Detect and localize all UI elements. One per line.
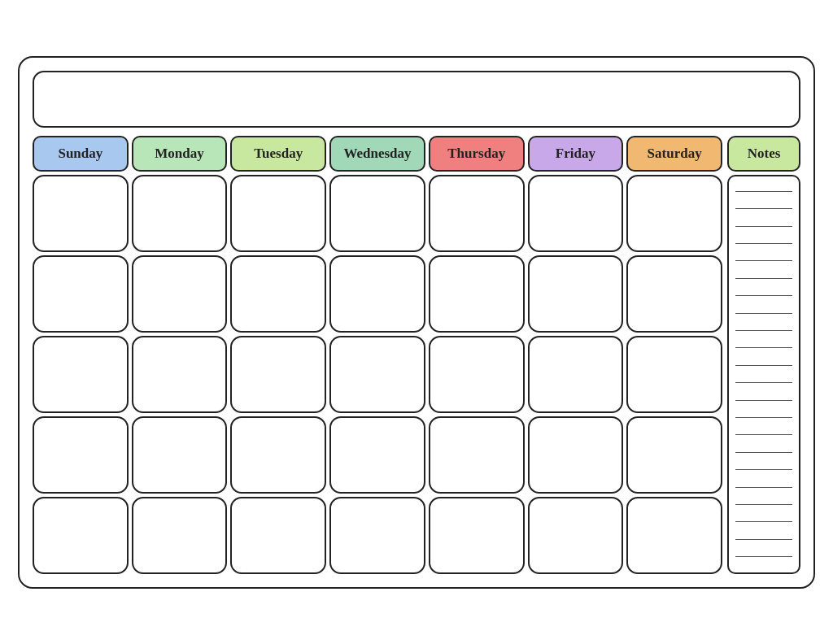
- cell-4-3[interactable]: [230, 416, 326, 494]
- day-headers: Sunday Monday Tuesday Wednesday Thursday…: [33, 136, 722, 172]
- note-line: [735, 260, 792, 261]
- week-row-1: [33, 175, 722, 252]
- note-line: [735, 434, 792, 435]
- notes-section: Notes: [727, 136, 800, 574]
- cell-1-1[interactable]: [33, 175, 129, 252]
- header-tuesday: Tuesday: [230, 136, 326, 172]
- note-line: [735, 278, 792, 279]
- note-line: [735, 556, 792, 557]
- note-line: [735, 382, 792, 383]
- note-line: [735, 295, 792, 296]
- cell-2-4[interactable]: [329, 255, 425, 333]
- cell-1-3[interactable]: [230, 175, 326, 252]
- cell-5-3[interactable]: [230, 497, 326, 574]
- note-line: [735, 365, 792, 366]
- cell-1-2[interactable]: [132, 175, 228, 252]
- cell-5-2[interactable]: [132, 497, 228, 574]
- cell-4-2[interactable]: [132, 416, 228, 494]
- calendar-body: Sunday Monday Tuesday Wednesday Thursday…: [33, 136, 800, 574]
- header-sunday: Sunday: [33, 136, 129, 172]
- cell-2-1[interactable]: [33, 255, 129, 333]
- cell-4-1[interactable]: [33, 416, 129, 494]
- cell-4-6[interactable]: [528, 416, 624, 494]
- note-line: [735, 539, 792, 540]
- header-monday: Monday: [132, 136, 228, 172]
- cell-3-4[interactable]: [329, 336, 425, 413]
- notes-header: Notes: [727, 136, 800, 172]
- cell-2-5[interactable]: [429, 255, 525, 333]
- note-line: [735, 208, 792, 209]
- cell-3-5[interactable]: [429, 336, 525, 413]
- cell-4-7[interactable]: [626, 416, 722, 494]
- note-line: [735, 487, 792, 488]
- weeks-grid: [33, 175, 722, 574]
- header-wednesday: Wednesday: [329, 136, 425, 172]
- note-line: [735, 330, 792, 331]
- calendar-container: Sunday Monday Tuesday Wednesday Thursday…: [18, 56, 815, 589]
- header-friday: Friday: [528, 136, 624, 172]
- note-line: [735, 417, 792, 418]
- week-row-5: [33, 497, 722, 574]
- note-line: [735, 521, 792, 522]
- note-line: [735, 469, 792, 470]
- main-grid: Sunday Monday Tuesday Wednesday Thursday…: [33, 136, 722, 574]
- week-row-3: [33, 336, 722, 413]
- week-row-2: [33, 255, 722, 333]
- cell-1-5[interactable]: [429, 175, 525, 252]
- cell-5-1[interactable]: [33, 497, 129, 574]
- cell-4-4[interactable]: [329, 416, 425, 494]
- note-line: [735, 347, 792, 348]
- cell-1-6[interactable]: [528, 175, 624, 252]
- note-line: [735, 243, 792, 244]
- note-line: [735, 191, 792, 192]
- header-thursday: Thursday: [429, 136, 525, 172]
- cell-5-4[interactable]: [329, 497, 425, 574]
- cell-1-4[interactable]: [329, 175, 425, 252]
- cell-3-3[interactable]: [230, 336, 326, 413]
- cell-1-7[interactable]: [626, 175, 722, 252]
- week-row-4: [33, 416, 722, 494]
- cell-2-7[interactable]: [626, 255, 722, 333]
- cell-2-3[interactable]: [230, 255, 326, 333]
- cell-4-5[interactable]: [429, 416, 525, 494]
- note-line: [735, 313, 792, 314]
- note-line: [735, 452, 792, 453]
- cell-5-7[interactable]: [626, 497, 722, 574]
- cell-3-2[interactable]: [132, 336, 228, 413]
- cell-2-6[interactable]: [528, 255, 624, 333]
- note-line: [735, 226, 792, 227]
- note-line: [735, 400, 792, 401]
- cell-3-6[interactable]: [528, 336, 624, 413]
- cell-3-7[interactable]: [626, 336, 722, 413]
- cell-2-2[interactable]: [132, 255, 228, 333]
- header-saturday: Saturday: [626, 136, 722, 172]
- title-bar[interactable]: [33, 71, 800, 128]
- note-line: [735, 504, 792, 505]
- notes-lines[interactable]: [727, 175, 800, 574]
- cell-5-6[interactable]: [528, 497, 624, 574]
- cell-3-1[interactable]: [33, 336, 129, 413]
- cell-5-5[interactable]: [429, 497, 525, 574]
